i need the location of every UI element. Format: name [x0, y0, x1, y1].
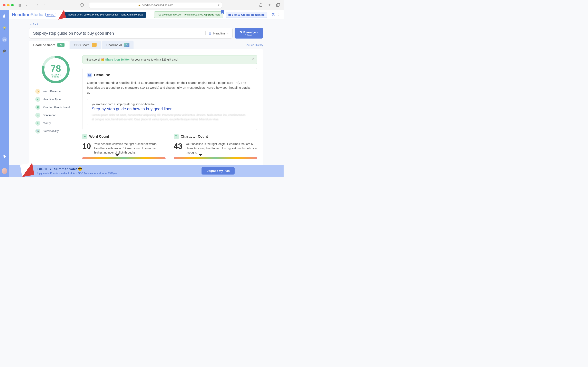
refresh-icon[interactable]: ↻ — [217, 3, 220, 7]
serp-title: Step-by-step guide on how to buy good li… — [92, 107, 248, 111]
share-twitter-link[interactable]: Share it on Twitter — [105, 58, 130, 61]
chevron-down-icon: ⌄ — [227, 32, 229, 34]
footer-banner: BIGGEST Summer Sale! 😎 Upgrade to Premiu… — [9, 165, 284, 177]
score-badge: 78 — [57, 43, 64, 47]
gauge-pointer — [199, 154, 202, 156]
topbar: HeadlineStudio BASIC Special Offer: Lowe… — [9, 10, 284, 19]
back-link[interactable]: ← Back — [29, 23, 39, 26]
close-window[interactable] — [3, 4, 6, 6]
save-big-icon — [20, 163, 34, 177]
type-selector[interactable]: ▤ Headline ⌄ — [205, 31, 228, 35]
ticket-icon: 🎟 — [228, 13, 231, 16]
new-tab-icon[interactable]: + — [267, 3, 272, 8]
graduation-icon[interactable]: 🎓 — [2, 48, 7, 54]
maximize-window[interactable] — [11, 4, 14, 6]
save-big-icon — [56, 10, 66, 20]
char-count-text: Your headline is the right length. Headl… — [186, 142, 257, 155]
footer-text: BIGGEST Summer Sale! 😎 Upgrade to Premiu… — [37, 167, 118, 175]
address-bar[interactable]: 🔒 headlines.coschedule.com ↻ — [89, 2, 222, 8]
lines-icon: ≡ — [82, 134, 87, 139]
tabs: Headline Score 78 SEO Score Headline AI … — [29, 41, 263, 49]
upgrade-plan-button[interactable]: Upgrade My Plan — [201, 167, 234, 175]
see-history-link[interactable]: ◷ See History — [246, 43, 263, 47]
minimize-window[interactable] — [7, 4, 9, 6]
wand-icon: ✎ — [124, 43, 130, 47]
history-icon: ◷ — [246, 43, 249, 47]
serp-preview: yourwebsite.com > step-by-step-guide-on-… — [87, 99, 252, 125]
metric-word-balance[interactable]: ◔Word Balance — [35, 89, 76, 94]
score-column: 78 HEADLINESCORE ◔Word Balance ▲Headline… — [35, 55, 76, 163]
brand-name: HeadlineStudio — [12, 12, 43, 17]
credits-remaining[interactable]: 🎟 9 of 10 Credits Remaining — [226, 12, 267, 18]
plan-badge: BASIC — [45, 13, 56, 17]
content: ← Back ▤ Headline ⌄ ↻Reanalyze 1 Credit — [9, 19, 284, 177]
share-icon[interactable] — [259, 3, 263, 8]
document-icon: ▤ — [209, 31, 212, 35]
url-text: headlines.coschedule.com — [142, 3, 173, 7]
serp-url: yourwebsite.com > step-by-step-guide-on-… — [92, 103, 248, 106]
reanalyze-button[interactable]: ↻Reanalyze 1 Credit — [234, 28, 263, 39]
headline-section: ▤ Headline Google recommends a headline … — [82, 68, 257, 130]
sidebar-toggle-icon[interactable]: ▦ — [17, 3, 22, 8]
score-value: 78 — [51, 63, 61, 74]
tab-headline-score[interactable]: Headline Score 78 — [29, 41, 69, 49]
metric-list: ◔Word Balance ▲Headline Type ▣Reading Gr… — [35, 89, 76, 133]
gauge-pointer — [116, 154, 119, 156]
headline-input-box: ▤ Headline ⌄ — [29, 28, 233, 39]
svg-rect-0 — [277, 4, 279, 7]
claim-deal-link[interactable]: Claim My Deal — [127, 13, 143, 16]
lightbulb-icon[interactable]: 💡 — [2, 25, 7, 31]
twitter-banner: Nice score! 🥳 Share it on Twitter for yo… — [82, 55, 257, 64]
word-count-section: ≡ Word Count 10 Your headline contains t… — [82, 134, 165, 159]
upgrade-now-link[interactable]: Upgrade Now — [204, 13, 220, 16]
headline-input[interactable] — [33, 31, 205, 36]
close-icon[interactable]: ✕ — [252, 57, 254, 60]
tabs-icon[interactable] — [276, 3, 281, 8]
type-icon: ▲ — [35, 97, 40, 102]
upgrade-notice: You are missing out on Premium Features.… — [154, 11, 223, 18]
word-count-text: Your headline contains the right number … — [94, 142, 165, 155]
refresh-icon: ↻ — [240, 30, 242, 34]
document-icon: ▤ — [87, 73, 92, 77]
char-count-value: 43 — [174, 142, 182, 155]
book-icon: ▣ — [35, 105, 40, 110]
pie-chart-icon[interactable]: ◔ — [2, 37, 7, 42]
puzzle-icon[interactable] — [2, 154, 7, 159]
analysis-panel: 78 HEADLINESCORE ◔Word Balance ▲Headline… — [29, 49, 263, 177]
metric-clarity[interactable]: ◎Clarity — [35, 121, 76, 125]
metric-skimmability[interactable]: 🔍Skimmability — [35, 129, 76, 133]
avatar[interactable] — [2, 168, 7, 174]
logo-icon[interactable] — [2, 14, 7, 19]
lock-icon: 🔒 — [138, 4, 141, 6]
bookmark-icon — [221, 10, 224, 14]
metric-reading-grade[interactable]: ▣Reading Grade Level — [35, 105, 76, 110]
char-count-section: T Character Count 43 Your headline is th… — [174, 134, 257, 159]
chevron-down-icon[interactable]: ⌄ — [24, 3, 29, 8]
chevron-right-icon[interactable]: 〉 — [278, 13, 281, 17]
traffic-lights — [3, 4, 14, 6]
detail-column: Nice score! 🥳 Share it on Twitter for yo… — [82, 55, 257, 163]
text-icon: T — [174, 134, 179, 139]
forward-icon[interactable]: 〉 — [43, 3, 47, 8]
back-icon[interactable]: 〈 — [35, 3, 39, 8]
smile-icon: ☺ — [35, 113, 40, 118]
shield-icon[interactable] — [80, 3, 85, 8]
tab-seo-score[interactable]: SEO Score — [70, 41, 101, 49]
tab-headline-ai[interactable]: Headline AI ✎ — [102, 41, 134, 49]
section-title: ▤ Headline — [87, 73, 252, 77]
metric-sentiment[interactable]: ☺Sentiment — [35, 113, 76, 118]
count-row: ≡ Word Count 10 Your headline contains t… — [82, 134, 257, 159]
section-desc: Google recommends a headline limit of 60… — [87, 80, 252, 95]
word-count-gauge — [82, 157, 165, 159]
svg-rect-1 — [277, 3, 280, 6]
arrow-left-icon: ← — [29, 23, 32, 26]
word-count-value: 10 — [82, 142, 91, 155]
pie-icon: ◔ — [35, 89, 40, 94]
browser-chrome: ▦ ⌄ 〈 〉 🔒 headlines.coschedule.com ↻ + — [0, 0, 284, 10]
search-icon: 🔍 — [35, 129, 40, 133]
metric-headline-type[interactable]: ▲Headline Type — [35, 97, 76, 102]
search-icon — [92, 43, 96, 47]
tools-icon[interactable]: 🛠 — [271, 13, 275, 17]
char-count-gauge — [174, 157, 257, 159]
target-icon: ◎ — [35, 121, 40, 125]
